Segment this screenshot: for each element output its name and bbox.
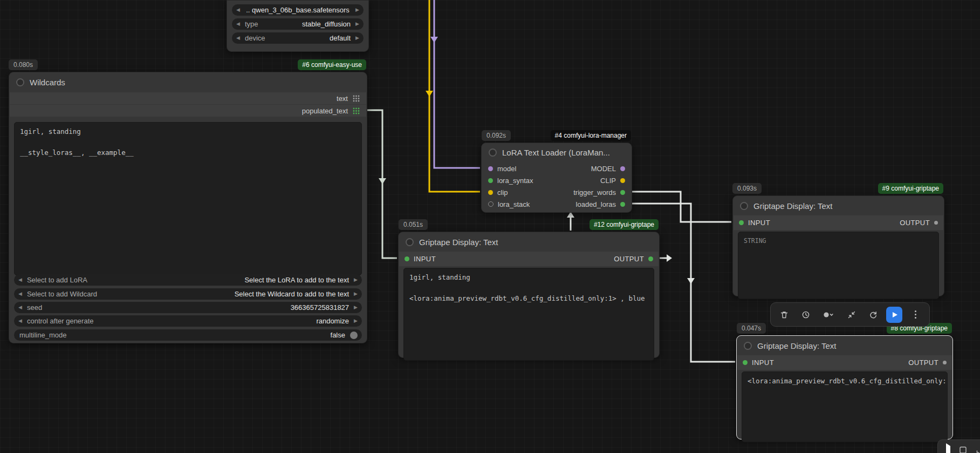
widget-value: randomize bbox=[316, 317, 349, 325]
input-port[interactable] bbox=[405, 256, 409, 261]
collapse-dot[interactable] bbox=[16, 78, 24, 86]
grid-output-icon[interactable] bbox=[353, 107, 360, 114]
wire-clip-arrow bbox=[426, 91, 433, 97]
widget-label: Select to add Wildcard bbox=[27, 290, 97, 298]
more-options-icon[interactable] bbox=[908, 307, 924, 323]
widget-label: multiline_mode bbox=[19, 331, 66, 339]
widget-seed[interactable]: ◀ seed 366365725831827 ▶ bbox=[14, 302, 362, 313]
next-arrow-icon[interactable]: ▶ bbox=[355, 8, 359, 12]
next-arrow-icon[interactable]: ▶ bbox=[354, 292, 358, 296]
selected-node-toolbar bbox=[770, 302, 930, 327]
node-checkpoint-loader[interactable]: ◀ .. qwen_3_06b_base.safetensors ▶ ◀ typ… bbox=[227, 0, 369, 52]
widget-value: stable_diffusion bbox=[302, 20, 351, 28]
widget-label: Select to add LoRA bbox=[27, 276, 87, 284]
status-dot-icon[interactable] bbox=[819, 307, 838, 323]
node-title: LoRA Text Loader (LoraMan... bbox=[502, 148, 610, 157]
widget-label: type bbox=[245, 20, 258, 28]
widget-value: default bbox=[330, 34, 351, 42]
io-band: INPUT OUTPUT bbox=[399, 252, 659, 266]
node-griptape-display-9[interactable]: Griptape Display: Text INPUT OUTPUT STRI… bbox=[732, 195, 944, 296]
node-wildcards[interactable]: Wildcards text populated_text 1girl, sta… bbox=[9, 72, 367, 343]
output-label: OUTPUT bbox=[614, 255, 644, 263]
wire-clip bbox=[429, 0, 480, 192]
widget-value: Select the Wildcard to add to the text bbox=[235, 290, 349, 298]
input-label: model bbox=[497, 165, 516, 173]
output-port-clip[interactable] bbox=[620, 178, 625, 183]
widget-type[interactable]: ◀ type stable_diffusion ▶ bbox=[232, 18, 364, 30]
output-port-model[interactable] bbox=[620, 166, 625, 171]
next-arrow-icon[interactable]: ▶ bbox=[354, 278, 358, 282]
display-text-content[interactable]: <lora:anima_preview_rdbt_v0.6_cfg_distil… bbox=[742, 371, 948, 442]
input-port-clip[interactable] bbox=[488, 190, 493, 195]
node-header: Griptape Display: Text bbox=[399, 232, 659, 252]
input-label: INPUT bbox=[414, 255, 436, 263]
prev-arrow-icon[interactable]: ◀ bbox=[18, 319, 22, 323]
output-port[interactable] bbox=[648, 256, 653, 261]
display-text-content[interactable]: 1girl, standing <lora:anima_preview_rdbt… bbox=[403, 268, 654, 361]
prev-arrow-icon[interactable]: ◀ bbox=[236, 36, 240, 40]
input-port[interactable] bbox=[739, 220, 744, 225]
widget-select-lora[interactable]: ◀ Select to add LoRA Select the LoRA to … bbox=[14, 274, 362, 286]
node-id-badge: #4 comfyui-lora-manager bbox=[551, 130, 631, 141]
redo-icon[interactable] bbox=[865, 307, 881, 323]
node-lora-text-loader[interactable]: LoRA Text Loader (LoraMan... model MODEL… bbox=[481, 143, 632, 213]
input-port[interactable] bbox=[743, 360, 748, 365]
prev-arrow-icon[interactable]: ◀ bbox=[18, 292, 22, 296]
output-label: loaded_loras bbox=[576, 200, 616, 208]
display-text-content[interactable]: STRING bbox=[738, 232, 939, 299]
next-arrow-icon[interactable]: ▶ bbox=[354, 319, 358, 323]
prev-arrow-icon[interactable]: ◀ bbox=[18, 305, 22, 310]
run-icon[interactable] bbox=[945, 446, 950, 453]
collapse-dot[interactable] bbox=[489, 148, 497, 157]
node-id-badge: #6 comfyui-easy-use bbox=[298, 59, 366, 70]
widget-ckpt-name[interactable]: ◀ .. qwen_3_06b_base.safetensors ▶ bbox=[232, 4, 364, 16]
prev-arrow-icon[interactable]: ◀ bbox=[18, 278, 22, 282]
output-port[interactable] bbox=[943, 361, 947, 364]
next-arrow-icon[interactable]: ▶ bbox=[355, 22, 359, 26]
io-band: INPUT OUTPUT bbox=[734, 215, 943, 230]
collapse-node-icon[interactable] bbox=[844, 307, 860, 323]
slot-row-lora-syntax: lora_syntax CLIP bbox=[482, 174, 631, 186]
collapse-dot[interactable] bbox=[740, 202, 748, 210]
output-port-loaded-loras[interactable] bbox=[620, 202, 625, 207]
collapse-dot[interactable] bbox=[406, 238, 414, 246]
input-port-lora-stack[interactable] bbox=[488, 201, 494, 207]
widget-multiline-mode-toggle[interactable]: multiline_mode false bbox=[14, 329, 362, 341]
node-header: Griptape Display: Text bbox=[733, 196, 944, 215]
toggle-knob[interactable] bbox=[350, 332, 358, 339]
collapse-dot[interactable] bbox=[744, 342, 752, 350]
timing-badge: 0.080s bbox=[9, 59, 38, 70]
widget-label: device bbox=[245, 34, 265, 42]
input-port-lora-syntax[interactable] bbox=[488, 178, 493, 183]
expand-icon[interactable] bbox=[976, 446, 980, 453]
frame-icon[interactable] bbox=[959, 446, 967, 453]
node-griptape-display-8[interactable]: Griptape Display: Text INPUT OUTPUT <lor… bbox=[736, 335, 953, 440]
graph-canvas[interactable]: ◀ .. qwen_3_06b_base.safetensors ▶ ◀ typ… bbox=[0, 0, 980, 453]
node-id-badge: #12 comfyui-griptape bbox=[590, 219, 659, 230]
node-header: LoRA Text Loader (LoraMan... bbox=[482, 143, 632, 161]
input-label: INPUT bbox=[748, 219, 770, 227]
slot-row-lora-stack: lora_stack loaded_loras bbox=[482, 198, 631, 210]
widget-device[interactable]: ◀ device default ▶ bbox=[232, 32, 364, 44]
wildcard-text-input[interactable]: 1girl, standing __style_loras__, __examp… bbox=[14, 122, 362, 275]
widget-label: seed bbox=[27, 303, 42, 312]
run-button[interactable] bbox=[886, 307, 902, 323]
output-label: trigger_words bbox=[573, 188, 616, 197]
widget-select-wildcard[interactable]: ◀ Select to add Wildcard Select the Wild… bbox=[14, 288, 362, 300]
output-port-trigger-words[interactable] bbox=[620, 190, 625, 195]
node-title: Griptape Display: Text bbox=[419, 238, 498, 247]
input-label: INPUT bbox=[752, 359, 774, 367]
prev-arrow-icon[interactable]: ◀ bbox=[236, 8, 240, 12]
history-icon[interactable] bbox=[798, 307, 814, 323]
next-arrow-icon[interactable]: ▶ bbox=[354, 305, 358, 310]
grid-output-icon[interactable] bbox=[353, 95, 360, 102]
output-label: CLIP bbox=[600, 177, 616, 185]
output-port[interactable] bbox=[934, 221, 938, 225]
node-griptape-display-12[interactable]: Griptape Display: Text INPUT OUTPUT 1gir… bbox=[398, 232, 660, 358]
input-port-model[interactable] bbox=[488, 166, 493, 171]
prev-arrow-icon[interactable]: ◀ bbox=[236, 22, 240, 26]
output-slot-text: text bbox=[10, 92, 366, 104]
next-arrow-icon[interactable]: ▶ bbox=[355, 36, 359, 40]
widget-control-after-generate[interactable]: ◀ control after generate randomize ▶ bbox=[14, 315, 362, 327]
delete-icon[interactable] bbox=[776, 307, 792, 323]
